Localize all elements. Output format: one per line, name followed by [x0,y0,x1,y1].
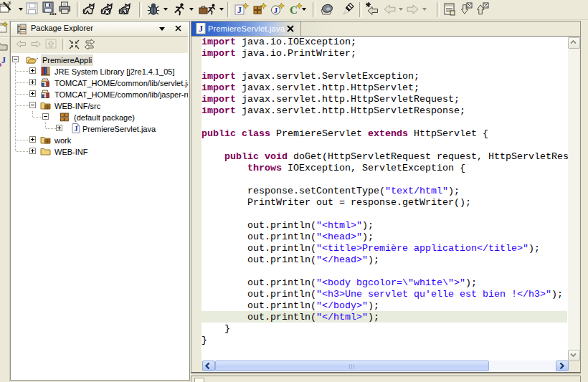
svg-text:J: J [1,55,6,65]
svg-text:J: J [237,5,242,15]
svg-text:J: J [199,24,203,34]
svg-text:J: J [274,6,278,14]
svg-text:C: C [290,4,298,16]
svg-text:J: J [75,125,78,133]
svg-text:J: J [37,54,38,60]
